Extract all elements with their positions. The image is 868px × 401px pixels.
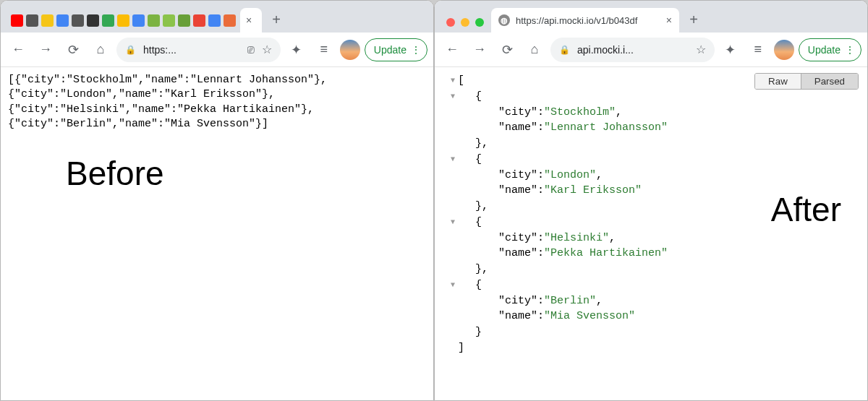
- star-icon[interactable]: ☆: [262, 43, 272, 56]
- collapse-icon[interactable]: ▼: [448, 277, 458, 291]
- json-value: "Helsinki": [544, 230, 609, 246]
- pinned-tab-mail-icon[interactable]: [224, 14, 236, 27]
- new-tab-button[interactable]: +: [266, 9, 286, 30]
- back-button[interactable]: ←: [441, 38, 464, 61]
- reload-button[interactable]: ⟳: [495, 38, 519, 61]
- collapse-icon: [448, 120, 458, 123]
- before-label: Before: [66, 154, 164, 193]
- json-row: "city": "Berlin",: [448, 293, 860, 309]
- pinned-tab-leaf2-icon[interactable]: [163, 14, 175, 27]
- json-key: "name": [498, 120, 537, 136]
- address-text: https:...: [143, 44, 240, 56]
- collapse-icon: [448, 246, 458, 249]
- page-content: Raw Parsed ▼[▼{"city": "Stockholm","name…: [435, 67, 867, 400]
- update-button[interactable]: Update ⋮: [799, 38, 861, 61]
- json-value: "Karl Eriksson": [544, 183, 642, 199]
- collapse-icon: [448, 340, 458, 343]
- pinned-tab-g4-icon[interactable]: [208, 14, 221, 27]
- json-key: "city": [498, 168, 537, 184]
- profile-avatar[interactable]: [340, 40, 360, 60]
- json-value: "Berlin": [544, 293, 596, 309]
- collapse-icon: [448, 324, 458, 327]
- pinned-tab-postit-icon[interactable]: [41, 14, 54, 27]
- cast-icon[interactable]: ⎚: [247, 43, 255, 56]
- extensions-icon[interactable]: ✦: [719, 38, 742, 61]
- forward-button[interactable]: →: [468, 38, 491, 61]
- reading-list-icon[interactable]: ≡: [746, 38, 770, 61]
- pinned-tab-panda-icon[interactable]: [87, 14, 99, 27]
- json-row: "city": "Stockholm",: [448, 105, 860, 121]
- maximize-window-icon[interactable]: [475, 18, 484, 27]
- json-row: ▼{: [448, 152, 860, 168]
- collapse-icon: [448, 199, 458, 202]
- update-menu-icon: ⋮: [411, 44, 421, 56]
- update-button[interactable]: Update ⋮: [365, 38, 427, 61]
- window-after: ◍ https://api.mocki.io/v1/b043df × + ← →…: [434, 0, 868, 401]
- pinned-tab-g3-icon[interactable]: [117, 14, 129, 27]
- minimize-window-icon[interactable]: [461, 18, 469, 27]
- address-bar[interactable]: 🔒 api.mocki.i... ☆: [550, 38, 715, 62]
- collapse-icon: [448, 136, 458, 139]
- collapse-icon[interactable]: ▼: [448, 89, 458, 103]
- collapse-icon: [448, 230, 458, 233]
- lock-icon: 🔒: [125, 45, 136, 55]
- globe-icon: ◍: [498, 14, 510, 26]
- json-key: "name": [498, 183, 537, 199]
- active-tab[interactable]: ×: [240, 8, 262, 33]
- lock-icon: 🔒: [559, 45, 570, 55]
- forward-button[interactable]: →: [34, 38, 57, 61]
- new-tab-button[interactable]: +: [684, 9, 704, 30]
- collapse-icon: [448, 309, 458, 311]
- window-before: × + ← → ⟳ ⌂ 🔒 https:... ⎚ ☆ ✦ ≡ Update ⋮…: [0, 0, 434, 401]
- reload-button[interactable]: ⟳: [61, 38, 85, 61]
- collapse-icon: [448, 262, 458, 264]
- pinned-tab-leaf1-icon[interactable]: [148, 14, 160, 27]
- profile-avatar[interactable]: [774, 40, 794, 60]
- close-window-icon[interactable]: [446, 18, 455, 27]
- pinned-tab-g2-icon[interactable]: [102, 14, 114, 27]
- star-icon[interactable]: ☆: [696, 43, 706, 56]
- json-row: "city": "London",: [448, 168, 860, 184]
- pinned-tab-G-icon[interactable]: [132, 14, 145, 27]
- extensions-icon[interactable]: ✦: [285, 38, 308, 61]
- pinned-tab-globe-icon[interactable]: [72, 14, 84, 27]
- json-row: },: [448, 262, 860, 277]
- json-value: "Lennart Johansson": [544, 120, 668, 136]
- pinned-tab-g1-icon[interactable]: [56, 14, 69, 27]
- back-button[interactable]: ←: [7, 38, 30, 61]
- pinned-tab-mute-icon[interactable]: [26, 14, 38, 27]
- collapse-icon[interactable]: ▼: [448, 215, 458, 228]
- collapse-icon: [448, 105, 458, 108]
- close-tab-icon[interactable]: ×: [666, 14, 672, 26]
- pinned-tab-G2-icon[interactable]: [193, 14, 205, 27]
- close-tab-icon[interactable]: ×: [246, 14, 252, 26]
- collapse-icon: [448, 168, 458, 171]
- collapse-icon[interactable]: ▼: [448, 73, 458, 87]
- json-row: ]: [448, 340, 860, 356]
- raw-toggle[interactable]: Raw: [755, 74, 801, 89]
- collapse-icon: [448, 293, 458, 296]
- json-key: "name": [498, 309, 537, 324]
- tab-title: https://api.mocki.io/v1/b043df: [516, 15, 660, 26]
- collapse-icon: [448, 183, 458, 186]
- json-row: "city": "Helsinki",: [448, 230, 860, 246]
- update-label: Update: [374, 44, 407, 56]
- json-row: "name": "Pekka Hartikainen": [448, 246, 860, 262]
- json-key: "city": [498, 105, 537, 121]
- toolbar: ← → ⟳ ⌂ 🔒 https:... ⎚ ☆ ✦ ≡ Update ⋮: [1, 33, 433, 67]
- json-row: ▼{: [448, 89, 860, 105]
- pinned-tab-leaf3-icon[interactable]: [178, 14, 190, 27]
- json-key: "city": [498, 293, 537, 309]
- pinned-tab-yt-icon[interactable]: [11, 14, 23, 27]
- collapse-icon[interactable]: ▼: [448, 152, 458, 165]
- json-value: "Pekka Hartikainen": [544, 246, 668, 262]
- address-bar[interactable]: 🔒 https:... ⎚ ☆: [116, 38, 281, 62]
- reading-list-icon[interactable]: ≡: [312, 38, 336, 61]
- pinned-tabs: [7, 14, 240, 33]
- json-row: "name": "Lennart Johansson": [448, 120, 860, 136]
- home-button[interactable]: ⌂: [89, 38, 112, 61]
- active-tab[interactable]: ◍ https://api.mocki.io/v1/b043df ×: [491, 8, 679, 33]
- parsed-toggle[interactable]: Parsed: [801, 74, 858, 89]
- home-button[interactable]: ⌂: [523, 38, 546, 61]
- json-key: "name": [498, 246, 537, 262]
